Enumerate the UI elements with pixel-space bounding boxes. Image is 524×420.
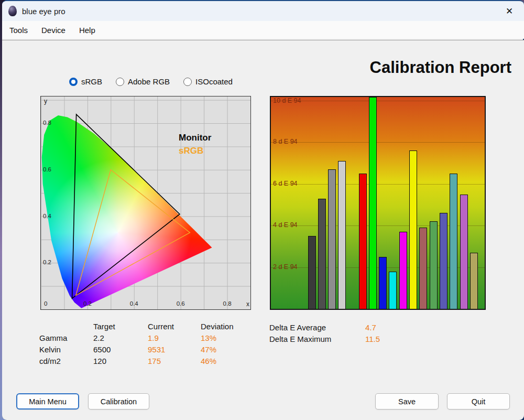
measurements-header-row: TargetCurrentDeviation [39, 320, 260, 332]
bar-chart-gridline [271, 142, 485, 143]
delta-e-bar [379, 257, 387, 309]
srgb-gamut-triangle [76, 170, 190, 296]
delta-e-bar [308, 236, 316, 309]
calibration-button[interactable]: Calibration [88, 393, 149, 410]
quit-button[interactable]: Quit [447, 393, 510, 410]
measurement-row: cd/m212017546% [39, 355, 260, 367]
cie-y-axis-label: y [44, 98, 47, 105]
delta-e-bar [450, 174, 457, 309]
delta-e-bar [440, 213, 447, 309]
measure-row-label: Kelvin [39, 345, 93, 354]
save-button[interactable]: Save [375, 393, 439, 410]
menu-item-device[interactable]: Device [41, 26, 66, 35]
delta-e-average-label: Delta E Average [269, 323, 365, 332]
cie-x-tick-label: 0.6 [177, 300, 185, 307]
menu-bar: ToolsDeviceHelp [2, 21, 524, 39]
monitor-gamut-triangle [72, 114, 180, 298]
legend-srgb-label: sRGB [179, 144, 211, 157]
close-icon[interactable]: ✕ [501, 3, 518, 19]
column-header: Target [93, 322, 148, 331]
content-panel: sRGBAdobe RGBISOcoated Calibration Repor… [2, 40, 524, 420]
cie-x-tick-label: 0.8 [223, 300, 232, 307]
window-title: blue eye pro [22, 7, 66, 16]
delta-e-bar [419, 228, 427, 309]
menu-item-tools[interactable]: Tools [9, 26, 28, 35]
delta-e-bar [409, 150, 417, 309]
bar-chart-tick-label: 4 d E 94 [273, 221, 298, 229]
current-value: 175 [148, 357, 201, 365]
deviation-value: 46% [201, 357, 260, 365]
bar-chart-tick-label: 2 d E 94 [273, 263, 298, 271]
radio-button-icon [116, 78, 124, 86]
measure-row-label: Gamma [39, 333, 93, 342]
bar-chart-tick-label: 8 d E 94 [273, 138, 298, 145]
cie-x-tick-label: 0.2 [83, 300, 92, 307]
delta-e-bar [359, 174, 367, 309]
legend-monitor-label: Monitor [179, 131, 211, 144]
measurement-row: Gamma2.21.913% [39, 332, 260, 343]
delta-e-bar [328, 169, 336, 309]
cie-legend: Monitor sRGB [179, 131, 211, 157]
cie-x-axis-label: x [246, 300, 249, 308]
radio-option-srgb[interactable]: sRGB [69, 77, 102, 86]
bar-chart-tick-label: 10 d E 94 [273, 97, 301, 104]
app-window: blue eye pro ✕ ToolsDeviceHelp sRGBAdobe… [2, 0, 524, 420]
radio-button-icon [69, 78, 78, 86]
delta-e-bar [369, 97, 377, 309]
report-title: Calibration Report [370, 58, 511, 77]
delta-e-bar [399, 232, 407, 309]
measure-row-label: cd/m2 [39, 357, 93, 365]
target-value: 120 [93, 357, 148, 365]
deviation-value: 47% [201, 345, 260, 354]
measurement-row: Kelvin6500953147% [39, 343, 260, 355]
delta-e-bar [318, 199, 326, 309]
cie-y-tick-label: 0.8 [43, 120, 51, 126]
radio-label: Adobe RGB [128, 77, 170, 86]
radio-label: sRGB [81, 77, 102, 86]
cie-x-tick-label: 0.4 [130, 300, 138, 307]
delta-e-maximum-row: Delta E Maximum 11.5 [269, 333, 380, 344]
cie-y-tick-label: 0.6 [43, 166, 51, 173]
current-value: 9531 [148, 345, 201, 354]
measurements-table: TargetCurrentDeviationGamma2.21.913%Kelv… [39, 320, 260, 367]
delta-e-bar [430, 221, 438, 309]
delta-e-bar [389, 272, 397, 309]
target-value: 6500 [93, 345, 148, 354]
delta-e-summary: Delta E Average 4.7 Delta E Maximum 11.5 [269, 321, 380, 344]
delta-e-bar [460, 195, 468, 309]
column-header: Deviation [201, 322, 260, 331]
app-icon [8, 6, 17, 16]
cie-chromaticity-chart: 0.20.40.60.800.20.40.60.8yx Monitor sRGB [40, 96, 251, 310]
delta-e-maximum-value: 11.5 [365, 335, 380, 343]
bar-chart-tick-label: 6 d E 94 [273, 180, 298, 187]
delta-e-bar-chart: 2 d E 944 d E 946 d E 948 d E 9410 d E 9… [270, 96, 486, 310]
radio-option-isocoated[interactable]: ISOcoated [183, 77, 233, 86]
column-header: Current [148, 322, 201, 331]
desktop-background: blue eye pro ✕ ToolsDeviceHelp sRGBAdobe… [0, 0, 524, 420]
radio-button-icon [183, 78, 192, 86]
radio-label: ISOcoated [195, 77, 233, 86]
title-bar[interactable]: blue eye pro ✕ [2, 1, 524, 21]
delta-e-bar [338, 161, 346, 309]
gamut-radio-group: sRGBAdobe RGBISOcoated [69, 77, 233, 86]
current-value: 1.9 [148, 333, 201, 342]
delta-e-average-row: Delta E Average 4.7 [269, 321, 380, 333]
deviation-value: 13% [201, 333, 260, 342]
menu-item-help[interactable]: Help [79, 26, 95, 35]
cie-y-tick-label: 0.2 [43, 259, 51, 265]
delta-e-average-value: 4.7 [365, 323, 380, 332]
delta-e-bar [470, 253, 478, 309]
radio-option-adobe-rgb[interactable]: Adobe RGB [116, 77, 170, 86]
delta-e-maximum-label: Delta E Maximum [269, 335, 365, 343]
bar-chart-gridline [271, 101, 485, 101]
cie-x-tick-label: 0 [44, 300, 47, 307]
gamut-triangles [41, 96, 250, 309]
target-value: 2.2 [93, 333, 148, 342]
main-menu-button[interactable]: Main Menu [16, 393, 79, 410]
cie-y-tick-label: 0.4 [43, 213, 51, 219]
